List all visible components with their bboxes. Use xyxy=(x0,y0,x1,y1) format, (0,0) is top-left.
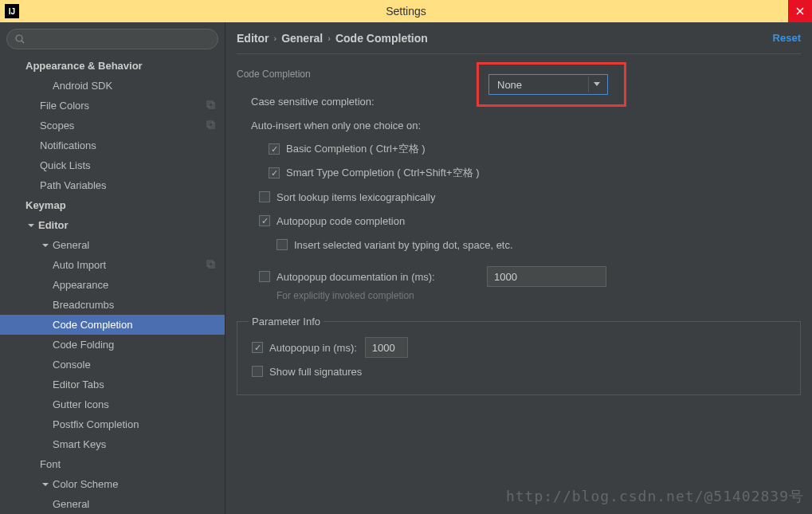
dropdown-value: None xyxy=(497,79,522,91)
autopopup-code-checkbox[interactable] xyxy=(259,215,270,226)
tree-postfix-completion[interactable]: Postfix Completion xyxy=(0,414,225,434)
basic-completion-checkbox[interactable] xyxy=(269,143,280,155)
chevron-down-icon xyxy=(588,77,604,92)
chevron-down-icon xyxy=(25,222,37,229)
tree-editor-tabs[interactable]: Editor Tabs xyxy=(0,375,225,394)
tree-keymap[interactable]: Keymap xyxy=(0,195,225,215)
app-icon: IJ xyxy=(5,4,19,18)
tree-code-folding[interactable]: Code Folding xyxy=(0,335,225,355)
title-bar: IJ Settings xyxy=(0,0,812,22)
svg-rect-5 xyxy=(207,261,213,266)
parameter-info-legend: Parameter Info xyxy=(249,316,324,328)
tree-notifications[interactable]: Notifications xyxy=(0,135,225,155)
tree-font[interactable]: Font xyxy=(0,454,225,474)
tree-android-sdk[interactable]: Android SDK xyxy=(0,76,225,96)
tree-quick-lists[interactable]: Quick Lists xyxy=(0,155,225,175)
reset-link[interactable]: Reset xyxy=(773,32,801,44)
copy-icon xyxy=(206,259,215,271)
chevron-down-icon xyxy=(40,481,51,488)
autopopup-doc-checkbox[interactable] xyxy=(259,271,270,282)
chevron-right-icon: › xyxy=(273,33,277,43)
close-icon xyxy=(796,7,804,15)
tree-color-scheme[interactable]: Color Scheme xyxy=(0,474,225,494)
tree-console[interactable]: Console xyxy=(0,355,225,375)
tree-editor[interactable]: Editor xyxy=(0,215,225,235)
sidebar: Appearance & Behavior Android SDK File C… xyxy=(0,22,226,514)
parameter-info-group: Parameter Info Autopopup in (ms): Show f… xyxy=(237,316,801,395)
tree-auto-import[interactable]: Auto Import xyxy=(0,255,225,275)
svg-rect-4 xyxy=(209,123,214,128)
svg-rect-3 xyxy=(207,121,213,127)
insert-variant-checkbox[interactable] xyxy=(277,239,288,250)
basic-completion-label: Basic Completion ( Ctrl+空格 ) xyxy=(286,142,425,156)
tree-file-colors[interactable]: File Colors xyxy=(0,96,225,116)
search-field[interactable] xyxy=(6,29,218,49)
copy-icon xyxy=(206,120,215,131)
settings-tree[interactable]: Appearance & Behavior Android SDK File C… xyxy=(0,56,225,514)
autopopup-doc-input[interactable] xyxy=(487,266,606,287)
insert-variant-label: Insert selected variant by typing dot, s… xyxy=(294,239,513,251)
chevron-right-icon: › xyxy=(328,33,331,43)
breadcrumb: Editor › General › Code Completion xyxy=(237,32,428,45)
smart-completion-label: Smart Type Completion ( Ctrl+Shift+空格 ) xyxy=(286,166,480,180)
tree-breadcrumbs[interactable]: Breadcrumbs xyxy=(0,295,225,315)
autopopup-doc-hint: For explicitly invoked completion xyxy=(277,290,801,301)
svg-rect-6 xyxy=(209,262,214,268)
autopopup-doc-label: Autopopup documentation in (ms): xyxy=(277,271,487,283)
tree-scopes[interactable]: Scopes xyxy=(0,116,225,135)
param-autopopup-label: Autopopup in (ms): xyxy=(269,342,357,354)
svg-rect-2 xyxy=(209,103,214,108)
chevron-down-icon xyxy=(40,242,51,249)
crumb-code-completion: Code Completion xyxy=(335,32,428,45)
show-full-sig-checkbox[interactable] xyxy=(252,366,263,377)
auto-insert-label: Auto-insert when only one choice on: xyxy=(251,120,421,131)
sort-lookup-label: Sort lookup items lexicographically xyxy=(277,191,435,203)
show-full-sig-label: Show full signatures xyxy=(269,366,362,378)
crumb-editor[interactable]: Editor xyxy=(237,32,269,45)
tree-smart-keys[interactable]: Smart Keys xyxy=(0,434,225,454)
tree-cs-general[interactable]: General xyxy=(0,494,225,514)
svg-point-0 xyxy=(16,35,22,41)
crumb-general[interactable]: General xyxy=(281,32,323,45)
tree-code-completion[interactable]: Code Completion xyxy=(0,315,225,335)
tree-appearance[interactable]: Appearance xyxy=(0,275,225,295)
svg-rect-1 xyxy=(207,101,213,107)
param-autopopup-checkbox[interactable] xyxy=(252,342,263,353)
search-input[interactable] xyxy=(29,33,210,45)
param-autopopup-input[interactable] xyxy=(365,337,408,358)
tree-appearance-behavior[interactable]: Appearance & Behavior xyxy=(0,56,225,76)
tree-gutter-icons[interactable]: Gutter Icons xyxy=(0,394,225,414)
tree-path-variables[interactable]: Path Variables xyxy=(0,175,225,195)
case-sensitive-dropdown[interactable]: None xyxy=(488,74,608,95)
search-icon xyxy=(15,34,25,44)
tree-general[interactable]: General xyxy=(0,235,225,255)
close-button[interactable] xyxy=(788,0,812,22)
highlight-annotation: None xyxy=(477,62,626,107)
window-title: Settings xyxy=(386,5,426,18)
autopopup-code-label: Autopopup code completion xyxy=(277,215,405,227)
case-sensitive-label: Case sensitive completion: xyxy=(251,96,375,108)
copy-icon xyxy=(206,100,215,112)
smart-completion-checkbox[interactable] xyxy=(269,167,280,179)
sort-lookup-checkbox[interactable] xyxy=(259,191,270,202)
